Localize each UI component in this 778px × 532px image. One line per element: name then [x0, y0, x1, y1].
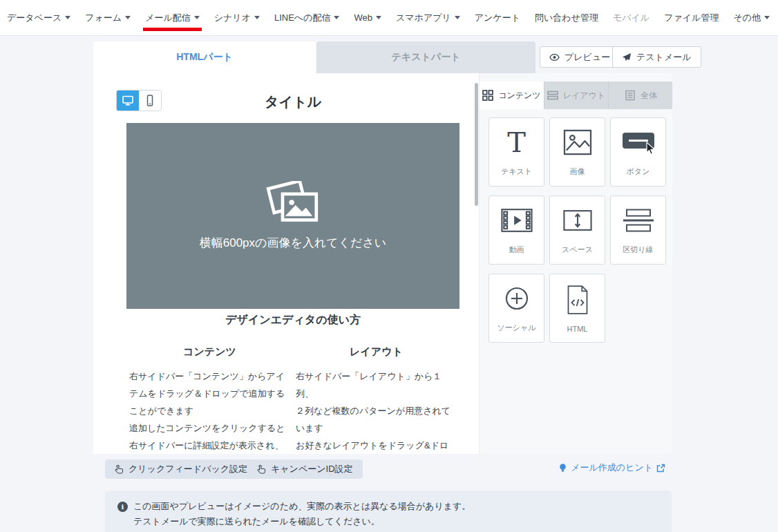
tab-html-part[interactable]: HTMLパート — [93, 41, 316, 73]
mail-title-block[interactable]: タイトル — [126, 93, 459, 111]
sidebar-tab-overall[interactable]: 全体 — [608, 82, 672, 109]
image-icon — [563, 129, 592, 155]
nav-item-mail-delivery[interactable]: メール配信 — [145, 0, 200, 36]
editor-panel: タイトル 横幅600pxの画像を入れてください デザインエディタの使い方 コンテ… — [93, 73, 672, 454]
palette-item-video[interactable]: 動画 — [488, 196, 544, 265]
lightbulb-icon — [558, 463, 567, 473]
palette-item-image[interactable]: 画像 — [549, 117, 605, 187]
notice-banner: i この画面やプレビューはイメージのため、実際の表示とは異なる場合があります。 … — [105, 491, 672, 532]
space-icon — [563, 209, 592, 231]
grid-icon — [482, 90, 493, 101]
palette-item-text[interactable]: T テキスト — [488, 117, 544, 187]
chevron-down-icon — [764, 16, 770, 19]
nav-item-smartphone-app[interactable]: スマホアプリ — [396, 0, 460, 36]
nav-item-inquiry-management[interactable]: 問い合わせ管理 — [535, 0, 598, 36]
button-icon — [621, 130, 656, 155]
send-icon — [622, 53, 632, 62]
howto-column-layout-body: 右サイドバー「レイアウト」から１列、 ２列など複数のパターンが用意されています … — [296, 368, 457, 454]
click-hand-icon — [257, 464, 266, 475]
layout-rows-icon — [547, 90, 558, 101]
palette-item-social[interactable]: ソーシャル — [488, 274, 544, 343]
image-placeholder-text: 横幅600pxの画像を入れてください — [200, 235, 387, 251]
document-lines-icon — [625, 90, 636, 101]
code-file-icon — [565, 285, 590, 315]
mail-canvas[interactable]: タイトル 横幅600pxの画像を入れてください デザインエディタの使い方 コンテ… — [93, 73, 475, 454]
palette-item-button[interactable]: ボタン — [610, 117, 666, 187]
chevron-down-icon — [65, 16, 70, 19]
chevron-down-icon — [254, 16, 260, 19]
howto-column-contents: コンテンツ 右サイドバー「コンテンツ」からアイテムをドラッグ＆ドロップで追加する… — [126, 345, 293, 454]
preview-button[interactable]: プレビュー — [540, 46, 620, 68]
howto-column-contents-title: コンテンツ — [126, 345, 293, 359]
notice-text: この画面やプレビューはイメージのため、実際の表示とは異なる場合があります。 テス… — [133, 499, 471, 532]
tab-text-part[interactable]: テキストパート — [316, 41, 535, 73]
chevron-down-icon — [194, 16, 200, 19]
chevron-down-icon — [455, 16, 460, 19]
text-icon: T — [507, 129, 526, 156]
info-icon: i — [117, 502, 128, 512]
editor-sidebar: コンテンツ レイアウト 全体 T テキスト 画像 — [479, 73, 672, 454]
external-link-icon — [656, 464, 665, 473]
palette-item-divider[interactable]: 区切り線 — [610, 196, 666, 265]
circle-plus-icon — [503, 285, 531, 312]
chevron-down-icon — [125, 16, 131, 19]
video-icon — [501, 208, 533, 233]
click-hand-icon — [115, 464, 124, 475]
nav-item-mobile[interactable]: モバイル — [613, 0, 649, 36]
nav-item-scenario[interactable]: シナリオ — [214, 0, 260, 36]
howto-column-layout: レイアウト 右サイドバー「レイアウト」から１列、 ２列など複数のパターンが用意さ… — [293, 345, 459, 454]
howto-heading: デザインエディタの使い方 — [126, 313, 459, 327]
howto-column-layout-title: レイアウト — [293, 345, 459, 359]
click-feedback-button[interactable]: クリックフィードバック設定 — [105, 459, 257, 479]
divider-icon — [623, 209, 654, 232]
top-nav: データベース フォーム メール配信 シナリオ LINEへの配信 Web スマホア… — [0, 0, 778, 36]
campaign-id-button[interactable]: キャンペーンID設定 — [247, 459, 363, 479]
nav-item-survey[interactable]: アンケート — [475, 0, 520, 36]
canvas-scrollbar[interactable] — [475, 83, 478, 206]
palette-item-space[interactable]: スペース — [549, 196, 605, 265]
content-palette: T テキスト 画像 ボタン 動画 スペース — [488, 117, 666, 343]
image-placeholder-block[interactable]: 横幅600pxの画像を入れてください — [126, 123, 459, 309]
chevron-down-icon — [334, 16, 339, 19]
nav-item-file-management[interactable]: ファイル管理 — [664, 0, 719, 36]
nav-item-others[interactable]: その他 — [733, 0, 770, 36]
email-design-editor: データベース フォーム メール配信 シナリオ LINEへの配信 Web スマホア… — [0, 0, 778, 532]
sidebar-tabs: コンテンツ レイアウト 全体 — [480, 82, 672, 109]
palette-item-html[interactable]: HTML — [549, 274, 605, 343]
mail-hint-link[interactable]: メール作成のヒント — [558, 462, 665, 474]
howto-column-contents-body: 右サイドバー「コンテンツ」からアイテムをドラッグ＆ドロップで追加することができま… — [129, 368, 290, 454]
sidebar-tab-contents[interactable]: コンテンツ — [480, 82, 544, 109]
photos-icon — [264, 181, 322, 224]
sidebar-tab-layout[interactable]: レイアウト — [544, 82, 609, 109]
howto-columns: コンテンツ 右サイドバー「コンテンツ」からアイテムをドラッグ＆ドロップで追加する… — [126, 345, 459, 454]
eye-icon — [549, 53, 560, 61]
chevron-down-icon — [376, 16, 381, 19]
test-mail-button[interactable]: テストメール — [612, 46, 701, 68]
nav-item-database[interactable]: データベース — [7, 0, 70, 36]
nav-item-web[interactable]: Web — [354, 0, 381, 36]
nav-item-form[interactable]: フォーム — [85, 0, 131, 36]
nav-item-line-delivery[interactable]: LINEへの配信 — [274, 0, 340, 36]
